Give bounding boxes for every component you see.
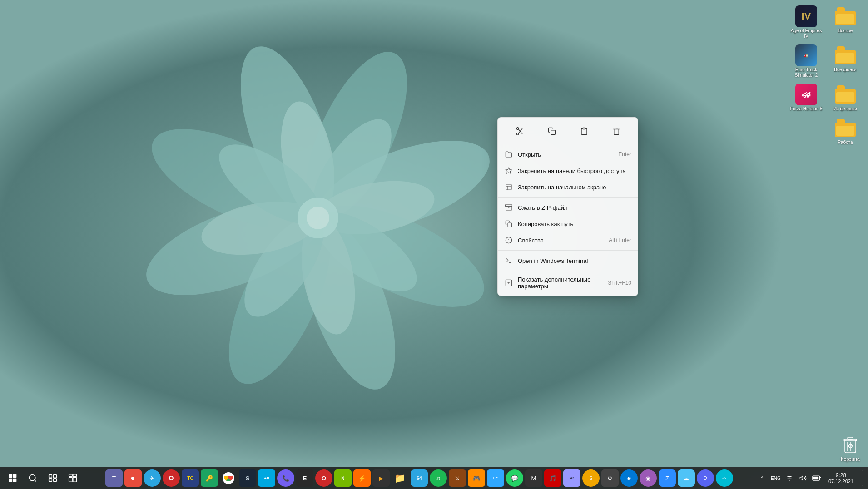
toolbar-cut-button[interactable] [511,123,528,139]
svg-rect-22 [848,437,853,439]
desktop-icon-row-3: 🏎 Forza Horizon 5 Из флешки [788,82,863,114]
star-icon [505,167,512,174]
taskbar-viber-icon[interactable]: 📞 [277,469,294,487]
tray-language-indicator[interactable]: ENG [770,473,781,484]
folder-flashka-label: Из флешки [833,106,857,112]
toolbar-delete-button[interactable] [608,123,625,139]
taskbar-steam-icon[interactable]: S [239,469,256,487]
taskbar-app-purple-icon[interactable]: ◉ [640,469,657,487]
task-view-button[interactable] [44,469,62,487]
taskbar-playnite-icon[interactable]: ▶ [372,469,390,487]
svg-point-27 [516,133,519,135]
taskbar-epic-icon[interactable]: E [296,469,313,487]
tray-wifi-icon[interactable] [784,473,795,484]
desktop-icon-forza[interactable]: 🏎 Forza Horizon 5 [788,82,824,114]
clock-area[interactable]: 9:28 07.12.2021 [825,471,857,485]
taskbar-settings-app-icon[interactable]: ⚙ [601,469,619,487]
pin-start-icon [504,183,513,192]
taskbar-premiere-icon[interactable]: Pr [563,469,580,487]
more-options-label: Показать дополнительные параметры [518,276,604,290]
taskbar-nvidia-icon[interactable]: N [334,469,352,487]
taskbar-right: ^ ENG [757,470,868,486]
taskbar-app-dark-icon[interactable]: M [525,469,542,487]
svg-rect-39 [508,223,512,227]
tray-show-hidden[interactable]: ^ [757,473,768,484]
desktop-icon-aoe4[interactable]: IV Age of Empires IV [788,4,824,41]
context-menu-item-properties[interactable]: Свойства Alt+Enter [498,232,638,248]
more-options-icon [504,278,513,287]
context-menu-item-copy-path[interactable]: Копировать как путь [498,216,638,232]
toolbar-paste-button[interactable] [576,123,592,139]
taskbar-steelseries-icon[interactable]: S [582,469,600,487]
pin-quick-icon [504,166,513,175]
show-desktop-button[interactable] [862,470,864,486]
taskbar-app-orange-icon[interactable]: ⚡ [353,469,371,487]
svg-rect-32 [583,128,585,129]
taskbar-files-icon[interactable]: 📁 [392,469,409,487]
desktop-icon-ets2[interactable]: 🚛 Euro Truck Simulator 2 [788,43,824,80]
taskbar-chrome-icon[interactable] [220,469,237,487]
taskbar-keeper-icon[interactable]: 🔑 [201,469,218,487]
taskbar-music-icon[interactable]: 🎵 [544,469,561,487]
start-button[interactable] [4,469,22,487]
context-menu-item-pin-quick[interactable]: Закрепить на панели быстрого доступа [498,163,638,179]
context-menu-item-more-options[interactable]: Показать дополнительные параметры Shift+… [498,273,638,293]
desktop-icon-folder-flashka[interactable]: Из флешки [827,82,863,114]
svg-rect-34 [506,184,511,190]
taskbar-teams-icon[interactable]: T [105,469,123,487]
taskbar-discord-icon[interactable]: D [697,469,714,487]
taskbar-lutris-icon[interactable]: 🎮 [468,469,485,487]
folder-flashka-icon-image [834,84,856,105]
taskbar-totalcmd-icon[interactable]: TC [182,469,199,487]
taskbar-telegram-icon[interactable]: ✈ [144,469,161,487]
desktop-icon-folder-rabota[interactable]: Работа [827,115,863,147]
folder-rabota-label: Работа [838,140,853,145]
svg-rect-31 [551,130,555,135]
desktop-icon-folder-vsyakoe[interactable]: Всякое [827,4,863,35]
archive-icon [505,204,512,211]
copy-path-icon [504,219,513,228]
desktop-icon-folder-vsefon[interactable]: Все фонки [827,43,863,74]
svg-line-29 [518,128,522,133]
taskbar-zoom-icon[interactable]: Z [659,469,676,487]
wallpaper-svg [0,0,868,467]
widgets-icon [68,474,77,483]
chrome-svg-icon [223,472,234,484]
taskbar-spotify-icon[interactable]: ♫ [430,469,447,487]
svg-rect-49 [9,479,13,482]
taskbar-app-cyan-icon[interactable]: ⟡ [716,469,733,487]
folder-shape [835,7,856,25]
taskbar-edge-icon[interactable]: e [620,469,638,487]
copy-path-label: Копировать как путь [518,221,631,227]
taskbar-opera-gx-icon[interactable]: O [315,469,332,487]
taskbar-64gram-icon[interactable]: 64 [411,469,428,487]
svg-point-28 [516,128,519,130]
tray-speaker-icon[interactable] [798,473,808,484]
context-menu-item-pin-start[interactable]: Закрепить на начальном экране [498,179,638,195]
taskbar-cloud-icon[interactable]: ☁ [678,469,695,487]
widgets-button[interactable] [64,469,82,487]
toolbar-copy-button[interactable] [544,123,560,139]
recycle-bin[interactable]: ♻ Корзина [839,434,861,462]
taskbar-lightroom-icon[interactable]: Lc [487,469,504,487]
ets2-icon-image: 🚛 [795,44,817,66]
svg-rect-55 [49,479,52,482]
taskbar-whatsapp-icon[interactable]: 💬 [506,469,523,487]
taskbar-audition-icon[interactable]: Au [258,469,275,487]
taskbar-opera-icon[interactable]: O [163,469,180,487]
search-button[interactable] [24,469,42,487]
context-menu-item-terminal[interactable]: Open in Windows Terminal [498,252,638,269]
context-menu-item-open[interactable]: Открыть Enter [498,146,638,163]
taskbar-obs-icon[interactable]: ⏺ [124,469,142,487]
svg-marker-33 [506,168,511,173]
separator-3 [498,271,638,271]
context-menu-toolbar [498,120,638,144]
tray-battery-icon[interactable] [811,473,822,484]
svg-rect-56 [54,479,57,482]
desktop-icons-area: IV Age of Empires IV Всякое 🚛 Euro Truck… [785,4,863,147]
aoe4-icon-image: IV [795,5,817,27]
context-menu: Открыть Enter Закрепить на панели быстро… [497,117,638,296]
context-menu-item-zip[interactable]: Сжать в ZIP-файл [498,199,638,216]
pin-quick-label: Закрепить на панели быстрого доступа [518,168,631,174]
taskbar-game-icon[interactable]: ⚔ [449,469,466,487]
